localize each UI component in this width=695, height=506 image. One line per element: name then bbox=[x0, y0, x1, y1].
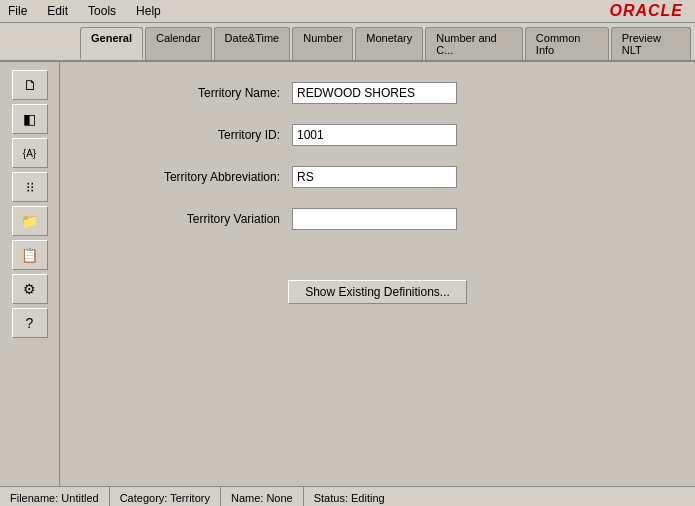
territory-id-input[interactable] bbox=[292, 124, 457, 146]
territory-id-row: Territory ID: bbox=[100, 124, 655, 146]
menu-help[interactable]: Help bbox=[132, 2, 165, 20]
tab-calendar[interactable]: Calendar bbox=[145, 27, 212, 60]
button-container: Show Existing Definitions... bbox=[100, 260, 655, 304]
sidebar-btn-0[interactable]: 🗋 bbox=[12, 70, 48, 100]
status-filename: Filename: Untitled bbox=[0, 487, 110, 506]
tab-number-c[interactable]: Number and C... bbox=[425, 27, 523, 60]
territory-id-label: Territory ID: bbox=[100, 128, 280, 142]
sidebar-btn-2[interactable]: {A} bbox=[12, 138, 48, 168]
variable-icon: {A} bbox=[23, 148, 36, 159]
territory-abbrev-label: Territory Abbreviation: bbox=[100, 170, 280, 184]
sidebar-btn-6[interactable]: ⚙ bbox=[12, 274, 48, 304]
sidebar-btn-5[interactable]: 📋 bbox=[12, 240, 48, 270]
territory-abbrev-input[interactable] bbox=[292, 166, 457, 188]
list-icon: ⁝⁝ bbox=[26, 179, 34, 195]
sidebar-btn-3[interactable]: ⁝⁝ bbox=[12, 172, 48, 202]
territory-name-row: Territory Name: bbox=[100, 82, 655, 104]
tab-general[interactable]: General bbox=[80, 27, 143, 60]
territory-name-input[interactable] bbox=[292, 82, 457, 104]
tab-number[interactable]: Number bbox=[292, 27, 353, 60]
tab-monetary[interactable]: Monetary bbox=[355, 27, 423, 60]
territory-variation-label: Territory Variation bbox=[100, 212, 280, 226]
status-bar: Filename: Untitled Category: Territory N… bbox=[0, 486, 695, 506]
gear-icon: ⚙ bbox=[23, 281, 36, 297]
territory-name-label: Territory Name: bbox=[100, 86, 280, 100]
territory-abbrev-row: Territory Abbreviation: bbox=[100, 166, 655, 188]
sidebar-btn-4[interactable]: 📁 bbox=[12, 206, 48, 236]
tab-common-info[interactable]: Common Info bbox=[525, 27, 609, 60]
status-category: Category: Territory bbox=[110, 487, 221, 506]
status-editing: Status: Editing bbox=[304, 487, 395, 506]
territory-variation-row: Territory Variation bbox=[100, 208, 655, 230]
menu-edit[interactable]: Edit bbox=[43, 2, 72, 20]
document-icon: 🗋 bbox=[23, 77, 37, 93]
territory-variation-input[interactable] bbox=[292, 208, 457, 230]
tab-bar: General Calendar Date&Time Number Moneta… bbox=[0, 23, 695, 62]
layout-icon: ◧ bbox=[23, 111, 36, 127]
menu-bar: File Edit Tools Help ORACLE bbox=[0, 0, 695, 23]
folder-icon: 📁 bbox=[21, 213, 38, 229]
menu-tools[interactable]: Tools bbox=[84, 2, 120, 20]
main-layout: 🗋 ◧ {A} ⁝⁝ 📁 📋 ⚙ ? Territory Name: bbox=[0, 62, 695, 486]
show-existing-button[interactable]: Show Existing Definitions... bbox=[288, 280, 467, 304]
sidebar-btn-1[interactable]: ◧ bbox=[12, 104, 48, 134]
status-name: Name: None bbox=[221, 487, 304, 506]
sidebar-btn-7[interactable]: ? bbox=[12, 308, 48, 338]
menu-file[interactable]: File bbox=[4, 2, 31, 20]
tab-preview-nlt[interactable]: Preview NLT bbox=[611, 27, 691, 60]
sidebar: 🗋 ◧ {A} ⁝⁝ 📁 📋 ⚙ ? bbox=[0, 62, 60, 486]
content-area: Territory Name: Territory ID: Territory … bbox=[60, 62, 695, 486]
tab-datetime[interactable]: Date&Time bbox=[214, 27, 291, 60]
clipboard-icon: 📋 bbox=[21, 247, 38, 263]
oracle-logo: ORACLE bbox=[609, 2, 691, 20]
help-icon: ? bbox=[26, 315, 34, 331]
